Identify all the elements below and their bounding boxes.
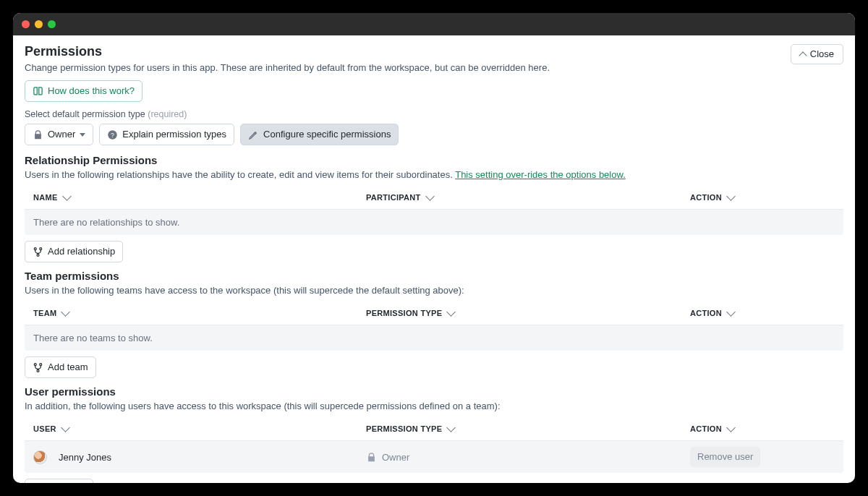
configure-specific-permissions-button[interactable]: Configure specific permissions xyxy=(240,124,399,145)
col-name[interactable]: NAME xyxy=(33,193,366,202)
relationship-empty-row: There are no relationships to show. xyxy=(25,210,843,235)
chevron-down-icon xyxy=(446,307,456,317)
svg-point-3 xyxy=(40,247,42,249)
book-icon xyxy=(33,86,43,97)
col-permission-type[interactable]: PERMISSION TYPE xyxy=(366,309,690,317)
window-titlebar xyxy=(13,13,855,35)
chevron-down-icon xyxy=(726,192,736,201)
relationship-permissions-desc: Users in the following relationships hav… xyxy=(25,169,843,180)
close-button[interactable]: Close xyxy=(791,44,843,64)
add-relationship-label: Add relationship xyxy=(48,245,115,258)
user-permissions-desc: In addition, the following users have ac… xyxy=(25,401,843,411)
page-title: Permissions xyxy=(25,44,550,59)
team-empty-row: There are no teams to show. xyxy=(25,325,843,351)
page-subtitle: Change permission types for users in thi… xyxy=(25,62,550,73)
svg-text:?: ? xyxy=(111,131,114,138)
svg-point-2 xyxy=(34,247,36,249)
explain-permission-types-button[interactable]: ? Explain permission types xyxy=(99,124,234,145)
col-user[interactable]: USER xyxy=(33,424,366,433)
remove-user-button[interactable]: Remove user xyxy=(690,447,760,467)
close-label: Close xyxy=(810,48,834,61)
window-maximize-icon[interactable] xyxy=(48,20,56,28)
chevron-down-icon xyxy=(61,423,70,432)
relationship-table-header: NAME PARTICIPANT ACTION xyxy=(25,186,843,210)
svg-point-7 xyxy=(37,369,39,372)
user-permission: Owner xyxy=(382,452,409,463)
avatar xyxy=(33,450,47,464)
svg-point-5 xyxy=(34,363,36,365)
user-row: Jenny Jones Owner Remove user xyxy=(25,441,843,473)
relationship-override-link[interactable]: This setting over-rides the options belo… xyxy=(455,169,626,180)
col-action[interactable]: ACTION xyxy=(690,193,835,202)
user-table-header: USER PERMISSION TYPE ACTION xyxy=(25,417,843,441)
configure-label: Configure specific permissions xyxy=(263,128,391,141)
team-permissions-title: Team permissions xyxy=(25,270,843,282)
chevron-down-icon xyxy=(446,423,456,432)
required-tag: (required) xyxy=(148,109,187,119)
user-permissions-title: User permissions xyxy=(25,385,843,398)
team-permissions-desc: Users in the following teams have access… xyxy=(25,285,843,296)
owner-dropdown[interactable]: Owner xyxy=(25,124,93,145)
chevron-down-icon xyxy=(62,192,72,201)
chevron-up-icon xyxy=(799,51,807,59)
how-does-this-work-button[interactable]: How does this work? xyxy=(25,80,142,102)
question-circle-icon: ? xyxy=(107,129,118,140)
lock-icon xyxy=(366,452,377,463)
branch-icon xyxy=(33,362,43,373)
caret-down-icon xyxy=(80,133,85,137)
col-team[interactable]: TEAM xyxy=(33,309,366,317)
add-relationship-button[interactable]: Add relationship xyxy=(25,241,123,262)
chevron-down-icon xyxy=(61,307,71,317)
window-close-icon[interactable] xyxy=(22,20,30,28)
add-team-label: Add team xyxy=(48,361,88,374)
col-permission-type[interactable]: PERMISSION TYPE xyxy=(366,424,690,433)
default-permission-label: Select default permission type (required… xyxy=(25,109,843,119)
team-table-header: TEAM PERMISSION TYPE ACTION xyxy=(25,302,843,325)
page-content: Permissions Change permission types for … xyxy=(13,35,855,483)
user-name: Jenny Jones xyxy=(59,452,111,463)
window-minimize-icon[interactable] xyxy=(35,20,43,28)
col-participant[interactable]: PARTICIPANT xyxy=(366,193,690,202)
chevron-down-icon xyxy=(726,423,736,432)
svg-point-4 xyxy=(37,254,39,256)
svg-point-6 xyxy=(40,363,42,365)
add-team-button[interactable]: Add team xyxy=(25,356,96,378)
lock-icon xyxy=(33,129,43,140)
relationship-permissions-title: Relationship Permissions xyxy=(25,154,843,166)
col-action[interactable]: ACTION xyxy=(690,309,835,317)
how-does-this-work-label: How does this work? xyxy=(48,85,135,98)
branch-icon xyxy=(33,247,43,257)
owner-label: Owner xyxy=(48,128,75,141)
col-action[interactable]: ACTION xyxy=(690,424,835,433)
pencil-icon xyxy=(248,129,259,140)
add-user-button[interactable]: Add user xyxy=(25,479,93,483)
app-window: Permissions Change permission types for … xyxy=(13,13,855,483)
chevron-down-icon xyxy=(425,192,435,201)
chevron-down-icon xyxy=(726,307,736,317)
explain-label: Explain permission types xyxy=(122,128,226,141)
